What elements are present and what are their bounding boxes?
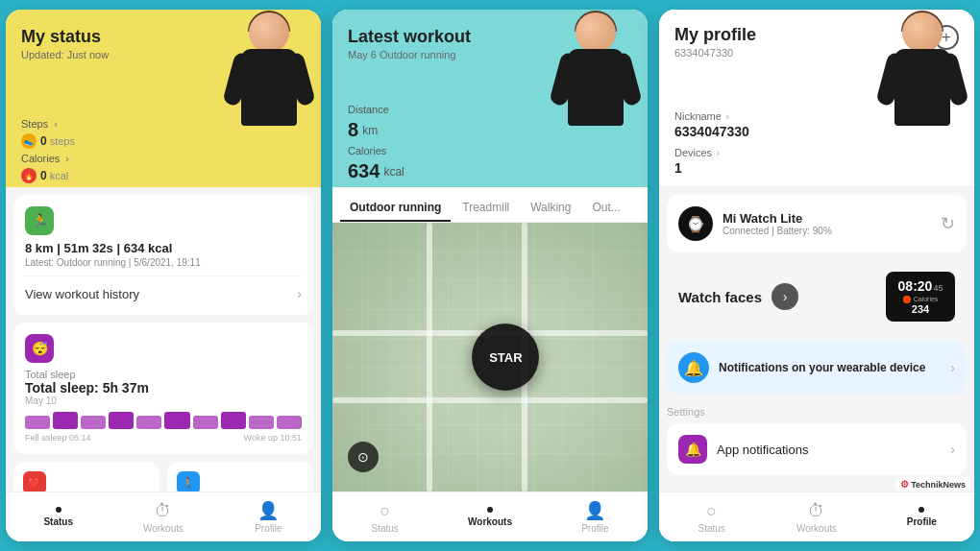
bottom-nav-2: ○ Status Workouts 👤 Profile bbox=[332, 491, 648, 541]
app-notifications-item[interactable]: 🔔 App notifications › bbox=[667, 423, 967, 475]
device-status: Connected | Battery: 90% bbox=[723, 226, 931, 236]
watch-faces-label: Watch faces bbox=[678, 289, 762, 305]
star-button[interactable]: STAR bbox=[472, 323, 539, 391]
workout-avatar bbox=[548, 10, 644, 168]
workout-tab-bar: Outdoor running Treadmill Walking Out... bbox=[332, 187, 648, 223]
nav-status-label-3: Status bbox=[698, 523, 724, 534]
nav-status-2[interactable]: ○ Status bbox=[332, 492, 437, 541]
sleep-label: Total sleep bbox=[25, 369, 302, 380]
nav-workouts-icon-3: ⏱ bbox=[808, 501, 825, 521]
watch-seconds: 45 bbox=[933, 283, 943, 293]
heart-rate-card[interactable]: ❤️ Heart rate 69 BPM bbox=[13, 462, 159, 491]
nav-status-label-1: Status bbox=[43, 516, 73, 527]
watch-calories: Calories bbox=[903, 296, 939, 303]
calories-value: 0 bbox=[40, 169, 47, 182]
workout-panel: Latest workout May 6 Outdoor running Dis… bbox=[332, 10, 648, 541]
watch-cal-value-display: 234 bbox=[912, 303, 929, 315]
steps-icon: 👟 bbox=[21, 133, 37, 149]
nav-profile-icon-2: 👤 bbox=[584, 500, 605, 521]
refresh-icon[interactable]: ↻ bbox=[941, 213, 955, 234]
workout-avatar-body bbox=[568, 49, 624, 126]
location-button[interactable]: ⊙ bbox=[348, 442, 379, 472]
device-card[interactable]: ⌚ Mi Watch Lite Connected | Battery: 90%… bbox=[667, 195, 967, 252]
nav-workouts-icon-1: ⏱ bbox=[155, 501, 172, 521]
avatar-head bbox=[249, 12, 289, 53]
sleep-bar-5 bbox=[136, 416, 161, 429]
app-notif-chevron: › bbox=[950, 442, 955, 457]
nav-dot-icon bbox=[56, 507, 61, 513]
profile-avatar-head bbox=[902, 12, 943, 53]
map-road-v1 bbox=[427, 223, 432, 491]
tab-walking[interactable]: Walking bbox=[521, 195, 580, 222]
notifications-icon: 🔔 bbox=[678, 352, 709, 383]
app-notifications-label: App notifications bbox=[717, 443, 941, 457]
steps-unit: steps bbox=[50, 135, 75, 147]
standing-card[interactable]: 🚶 Standing 9 times bbox=[167, 462, 313, 491]
profile-body: ⌚ Mi Watch Lite Connected | Battery: 90%… bbox=[659, 187, 974, 491]
app-notifications-icon: 🔔 bbox=[678, 435, 707, 464]
watch-faces-text: Watch faces bbox=[678, 289, 762, 305]
nav-status-label-2: Status bbox=[371, 523, 398, 534]
nav-profile-dot bbox=[919, 507, 924, 513]
nav-workouts-dot bbox=[487, 507, 493, 513]
notifications-text: Notifications on your wearable device bbox=[719, 361, 941, 374]
tab-outdoor-running[interactable]: Outdoor running bbox=[340, 195, 451, 222]
devices-label: Devices bbox=[674, 147, 712, 158]
view-history-text: View workout history bbox=[25, 287, 139, 301]
sleep-icon: 😴 bbox=[25, 334, 54, 363]
workout-calories-value: 634 bbox=[348, 160, 380, 182]
sleep-chart bbox=[25, 412, 302, 429]
watch-faces-left: Watch faces › bbox=[678, 283, 798, 310]
sleep-date: May 10 bbox=[25, 395, 302, 406]
calories-label: Calories bbox=[21, 153, 60, 164]
notifications-card[interactable]: 🔔 Notifications on your wearable device … bbox=[667, 341, 967, 395]
sleep-bar-9 bbox=[249, 416, 274, 429]
device-icon: ⌚ bbox=[678, 206, 713, 241]
nav-profile-3[interactable]: Profile bbox=[870, 492, 974, 541]
standing-icon: 🚶 bbox=[177, 471, 200, 491]
watch-faces-arrow[interactable]: › bbox=[772, 283, 798, 310]
nav-profile-2[interactable]: 👤 Profile bbox=[543, 492, 648, 541]
sleep-bar-1 bbox=[25, 416, 50, 429]
sleep-bar-3 bbox=[81, 416, 106, 429]
bottom-nav-1: Status ⏱ Workouts 👤 Profile bbox=[6, 491, 321, 541]
notifications-chevron: › bbox=[950, 360, 955, 375]
nav-workouts-label-3: Workouts bbox=[796, 523, 837, 534]
nav-status-1[interactable]: Status bbox=[6, 492, 110, 541]
device-info: Mi Watch Lite Connected | Battery: 90% bbox=[723, 211, 931, 236]
sleep-bar-8 bbox=[221, 412, 246, 429]
view-history-row[interactable]: View workout history › bbox=[25, 276, 302, 303]
watch-cal-icon bbox=[903, 296, 911, 303]
nav-workouts-label-2: Workouts bbox=[468, 516, 512, 527]
map-road-h2 bbox=[332, 397, 648, 403]
watch-time-row: 08:20 45 bbox=[898, 279, 943, 293]
watch-preview: 08:20 45 Calories 234 bbox=[886, 272, 955, 322]
workout-calories-label: Calories bbox=[348, 145, 386, 156]
tab-treadmill[interactable]: Treadmill bbox=[453, 195, 519, 222]
sleep-bar-6 bbox=[164, 412, 189, 429]
device-name: Mi Watch Lite bbox=[723, 211, 931, 226]
nav-profile-label-2: Profile bbox=[581, 523, 608, 534]
tab-more[interactable]: Out... bbox=[582, 195, 629, 222]
calories-unit: kcal bbox=[50, 170, 69, 181]
nav-workouts-1[interactable]: ⏱ Workouts bbox=[110, 492, 215, 541]
distance-label: Distance bbox=[348, 104, 389, 115]
calories-value-row: 🔥 0 kcal bbox=[21, 168, 306, 183]
nav-workouts-2[interactable]: Workouts bbox=[437, 492, 542, 541]
avatar-body bbox=[241, 49, 297, 126]
sleep-end-time: Woke up 10:51 bbox=[244, 433, 302, 443]
watermark-text: TechnikNews bbox=[911, 480, 966, 490]
sleep-times: Fell asleep 05:14 Woke up 10:51 bbox=[25, 433, 302, 443]
nav-profile-1[interactable]: 👤 Profile bbox=[216, 492, 321, 541]
nav-status-icon-3: ○ bbox=[706, 501, 717, 521]
nav-status-3[interactable]: ○ Status bbox=[659, 492, 764, 541]
watermark-logo: ⚙ bbox=[900, 479, 909, 490]
nav-workouts-3[interactable]: ⏱ Workouts bbox=[764, 492, 869, 541]
watch-faces-card[interactable]: Watch faces › 08:20 45 Calories 234 bbox=[667, 260, 967, 333]
sleep-value: Total sleep: 5h 37m bbox=[25, 380, 302, 395]
nav-status-icon-2: ○ bbox=[380, 501, 390, 521]
nickname-label: Nickname bbox=[674, 110, 722, 122]
workout-icon: 🏃 bbox=[25, 206, 54, 235]
mini-cards: ❤️ Heart rate 69 BPM 🚶 Standing 9 times bbox=[13, 462, 313, 491]
sleep-start-time: Fell asleep 05:14 bbox=[25, 433, 91, 443]
